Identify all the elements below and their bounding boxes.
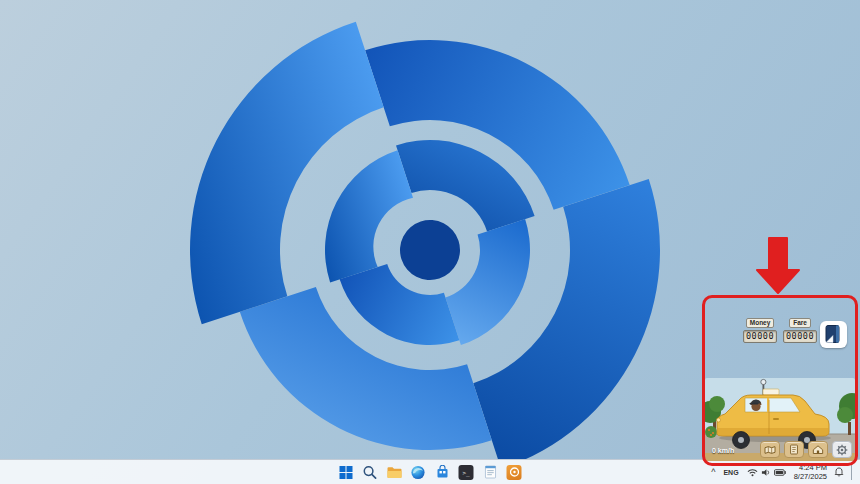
game-app-button[interactable] <box>505 463 524 482</box>
clock[interactable]: 4:24 PM 8/27/2025 <box>794 463 827 482</box>
start-button[interactable] <box>337 463 356 482</box>
tray-time: 4:24 PM <box>794 463 827 472</box>
game-button-bar <box>760 441 852 458</box>
map-icon <box>763 445 777 455</box>
taskbar: >_ ^ ENG <box>0 459 860 484</box>
battery-icon <box>774 469 786 476</box>
logbook-icon <box>824 324 843 345</box>
file-explorer-icon <box>386 466 402 479</box>
bell-icon <box>834 467 844 477</box>
fare-hud: Fare 00000 <box>783 318 817 343</box>
red-arrow-icon <box>756 237 800 295</box>
gear-icon <box>836 444 848 456</box>
money-hud: Money 00000 <box>743 318 777 343</box>
steering-wheel-glyph <box>509 467 519 477</box>
notification-button[interactable] <box>833 462 845 482</box>
file-explorer-button[interactable] <box>385 463 404 482</box>
fare-label: Fare <box>789 318 811 328</box>
store-button[interactable] <box>433 463 452 482</box>
fare-display: 00000 <box>783 330 817 343</box>
home-button[interactable] <box>808 441 828 458</box>
system-tray: ^ ENG 4:24 PM 8/27/2025 <box>709 460 855 484</box>
start-icon <box>340 466 353 479</box>
terminal-button[interactable]: >_ <box>457 463 476 482</box>
notepad-icon <box>484 465 496 479</box>
edge-button[interactable] <box>409 463 428 482</box>
receipt-icon <box>789 444 799 455</box>
language-indicator[interactable]: ENG <box>723 469 738 476</box>
log-button[interactable] <box>784 441 804 458</box>
network-volume-battery-cluster[interactable] <box>745 466 788 479</box>
home-icon <box>812 444 824 455</box>
logbook-button[interactable] <box>820 321 847 348</box>
speed-readout: 0 km/h <box>712 447 734 454</box>
map-button[interactable] <box>760 441 780 458</box>
money-label: Money <box>746 318 775 328</box>
edge-icon <box>411 465 426 480</box>
search-button[interactable] <box>361 463 380 482</box>
volume-icon <box>761 468 771 477</box>
hidden-icons-chevron[interactable]: ^ <box>709 466 717 479</box>
notepad-button[interactable] <box>481 463 500 482</box>
show-desktop-sliver[interactable] <box>851 464 855 480</box>
terminal-icon: >_ <box>459 465 474 480</box>
taxi-game-window: Money 00000 Fare 00000 <box>705 299 855 461</box>
game-icon <box>507 465 522 480</box>
money-display: 00000 <box>743 330 777 343</box>
wifi-icon <box>747 468 758 477</box>
settings-button[interactable] <box>832 441 852 458</box>
tray-date: 8/27/2025 <box>794 472 827 481</box>
taskbar-center-icons: >_ <box>337 460 524 484</box>
search-icon <box>363 465 378 480</box>
store-icon <box>435 465 449 479</box>
